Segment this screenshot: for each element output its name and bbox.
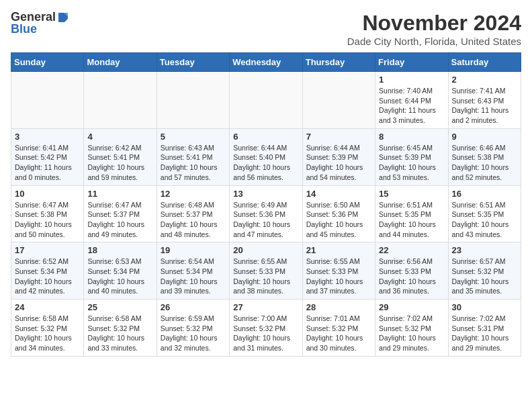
header-day-sunday: Sunday: [11, 53, 84, 72]
day-info: Sunrise: 6:43 AM Sunset: 5:41 PM Dayligh…: [161, 143, 226, 183]
day-info: Sunrise: 6:42 AM Sunset: 5:41 PM Dayligh…: [87, 143, 152, 183]
calendar-cell: 21Sunrise: 6:55 AM Sunset: 5:33 PM Dayli…: [302, 242, 375, 300]
day-info: Sunrise: 6:44 AM Sunset: 5:39 PM Dayligh…: [306, 143, 371, 183]
calendar-cell: 5Sunrise: 6:43 AM Sunset: 5:41 PM Daylig…: [157, 128, 229, 185]
day-number: 20: [233, 245, 298, 255]
day-info: Sunrise: 7:02 AM Sunset: 5:31 PM Dayligh…: [452, 314, 517, 353]
day-number: 2: [452, 75, 517, 85]
calendar-cell: [11, 72, 84, 129]
day-number: 28: [306, 302, 371, 312]
day-number: 7: [306, 132, 371, 142]
calendar-week-1: 1Sunrise: 7:40 AM Sunset: 6:44 PM Daylig…: [11, 72, 521, 129]
day-number: 10: [15, 189, 80, 199]
day-info: Sunrise: 6:47 AM Sunset: 5:37 PM Dayligh…: [87, 200, 152, 240]
day-info: Sunrise: 6:45 AM Sunset: 5:39 PM Dayligh…: [379, 143, 444, 183]
calendar-cell: 13Sunrise: 6:49 AM Sunset: 5:36 PM Dayli…: [230, 185, 302, 242]
calendar-cell: 30Sunrise: 7:02 AM Sunset: 5:31 PM Dayli…: [448, 300, 521, 357]
day-number: 19: [161, 245, 226, 255]
day-number: 6: [233, 132, 298, 142]
calendar-cell: 19Sunrise: 6:54 AM Sunset: 5:34 PM Dayli…: [157, 242, 229, 300]
day-info: Sunrise: 6:41 AM Sunset: 5:42 PM Dayligh…: [15, 143, 80, 183]
day-number: 24: [15, 302, 80, 312]
calendar-cell: 15Sunrise: 6:51 AM Sunset: 5:35 PM Dayli…: [375, 185, 448, 242]
day-info: Sunrise: 7:01 AM Sunset: 5:32 PM Dayligh…: [306, 314, 371, 353]
day-number: 4: [87, 132, 152, 142]
day-number: 30: [452, 302, 517, 312]
calendar-cell: 10Sunrise: 6:47 AM Sunset: 5:38 PM Dayli…: [11, 185, 84, 242]
calendar-cell: 24Sunrise: 6:58 AM Sunset: 5:32 PM Dayli…: [11, 300, 84, 357]
day-number: 21: [306, 245, 371, 255]
day-info: Sunrise: 7:00 AM Sunset: 5:32 PM Dayligh…: [233, 314, 298, 353]
day-number: 27: [233, 302, 298, 312]
page-title: November 2024: [347, 11, 521, 36]
logo: General Blue: [11, 11, 69, 36]
day-info: Sunrise: 6:49 AM Sunset: 5:36 PM Dayligh…: [233, 200, 298, 240]
header-day-monday: Monday: [84, 53, 157, 72]
header-day-friday: Friday: [375, 53, 448, 72]
day-number: 16: [452, 189, 517, 199]
day-number: 22: [379, 245, 444, 255]
day-info: Sunrise: 6:58 AM Sunset: 5:32 PM Dayligh…: [15, 314, 80, 353]
calendar-cell: 1Sunrise: 7:40 AM Sunset: 6:44 PM Daylig…: [375, 72, 448, 129]
calendar-cell: [84, 72, 157, 129]
day-info: Sunrise: 6:55 AM Sunset: 5:33 PM Dayligh…: [306, 257, 371, 296]
day-number: 13: [233, 189, 298, 199]
day-number: 11: [87, 189, 152, 199]
calendar-cell: 22Sunrise: 6:56 AM Sunset: 5:33 PM Dayli…: [375, 242, 448, 300]
calendar-cell: 27Sunrise: 7:00 AM Sunset: 5:32 PM Dayli…: [230, 300, 302, 357]
calendar-cell: 20Sunrise: 6:55 AM Sunset: 5:33 PM Dayli…: [230, 242, 302, 300]
day-number: 1: [379, 75, 444, 85]
calendar-cell: 26Sunrise: 6:59 AM Sunset: 5:32 PM Dayli…: [157, 300, 229, 357]
day-info: Sunrise: 6:51 AM Sunset: 5:35 PM Dayligh…: [379, 200, 444, 240]
calendar-cell: 28Sunrise: 7:01 AM Sunset: 5:32 PM Dayli…: [302, 300, 375, 357]
calendar-cell: 25Sunrise: 6:58 AM Sunset: 5:32 PM Dayli…: [84, 300, 157, 357]
day-info: Sunrise: 6:59 AM Sunset: 5:32 PM Dayligh…: [161, 314, 226, 353]
day-number: 5: [161, 132, 226, 142]
day-number: 14: [306, 189, 371, 199]
calendar-cell: [302, 72, 375, 129]
day-info: Sunrise: 6:50 AM Sunset: 5:36 PM Dayligh…: [306, 200, 371, 240]
day-info: Sunrise: 6:56 AM Sunset: 5:33 PM Dayligh…: [379, 257, 444, 296]
day-number: 9: [452, 132, 517, 142]
day-info: Sunrise: 7:41 AM Sunset: 6:43 PM Dayligh…: [452, 86, 517, 126]
day-info: Sunrise: 6:53 AM Sunset: 5:34 PM Dayligh…: [87, 257, 152, 296]
day-info: Sunrise: 6:55 AM Sunset: 5:33 PM Dayligh…: [233, 257, 298, 296]
header: General Blue November 2024 Dade City Nor…: [11, 11, 521, 47]
calendar-cell: 8Sunrise: 6:45 AM Sunset: 5:39 PM Daylig…: [375, 128, 448, 185]
day-number: 29: [379, 302, 444, 312]
calendar-cell: 9Sunrise: 6:46 AM Sunset: 5:38 PM Daylig…: [448, 128, 521, 185]
calendar-cell: 7Sunrise: 6:44 AM Sunset: 5:39 PM Daylig…: [302, 128, 375, 185]
day-info: Sunrise: 6:57 AM Sunset: 5:32 PM Dayligh…: [452, 257, 517, 296]
day-number: 25: [87, 302, 152, 312]
day-number: 3: [15, 132, 80, 142]
logo-blue: Blue: [11, 23, 37, 36]
day-info: Sunrise: 6:51 AM Sunset: 5:35 PM Dayligh…: [452, 200, 517, 240]
day-info: Sunrise: 6:52 AM Sunset: 5:34 PM Dayligh…: [15, 257, 80, 296]
calendar-cell: 12Sunrise: 6:48 AM Sunset: 5:37 PM Dayli…: [157, 185, 229, 242]
calendar-cell: [230, 72, 302, 129]
header-day-thursday: Thursday: [302, 53, 375, 72]
calendar-cell: 23Sunrise: 6:57 AM Sunset: 5:32 PM Dayli…: [448, 242, 521, 300]
day-info: Sunrise: 6:54 AM Sunset: 5:34 PM Dayligh…: [161, 257, 226, 296]
day-number: 12: [161, 189, 226, 199]
calendar-cell: 18Sunrise: 6:53 AM Sunset: 5:34 PM Dayli…: [84, 242, 157, 300]
calendar-cell: 14Sunrise: 6:50 AM Sunset: 5:36 PM Dayli…: [302, 185, 375, 242]
day-number: 17: [15, 245, 80, 255]
calendar-cell: 6Sunrise: 6:44 AM Sunset: 5:40 PM Daylig…: [230, 128, 302, 185]
calendar-week-5: 24Sunrise: 6:58 AM Sunset: 5:32 PM Dayli…: [11, 300, 521, 357]
title-area: November 2024 Dade City North, Florida, …: [347, 11, 521, 47]
page-subtitle: Dade City North, Florida, United States: [347, 36, 521, 47]
calendar-cell: 29Sunrise: 7:02 AM Sunset: 5:32 PM Dayli…: [375, 300, 448, 357]
day-number: 23: [452, 245, 517, 255]
day-info: Sunrise: 6:48 AM Sunset: 5:37 PM Dayligh…: [161, 200, 226, 240]
calendar-week-3: 10Sunrise: 6:47 AM Sunset: 5:38 PM Dayli…: [11, 185, 521, 242]
day-info: Sunrise: 6:47 AM Sunset: 5:38 PM Dayligh…: [15, 200, 80, 240]
day-number: 8: [379, 132, 444, 142]
day-number: 26: [161, 302, 226, 312]
day-info: Sunrise: 7:40 AM Sunset: 6:44 PM Dayligh…: [379, 86, 444, 126]
calendar-cell: 17Sunrise: 6:52 AM Sunset: 5:34 PM Dayli…: [11, 242, 84, 300]
day-info: Sunrise: 6:58 AM Sunset: 5:32 PM Dayligh…: [87, 314, 152, 353]
day-number: 15: [379, 189, 444, 199]
day-info: Sunrise: 7:02 AM Sunset: 5:32 PM Dayligh…: [379, 314, 444, 353]
calendar-week-4: 17Sunrise: 6:52 AM Sunset: 5:34 PM Dayli…: [11, 242, 521, 300]
